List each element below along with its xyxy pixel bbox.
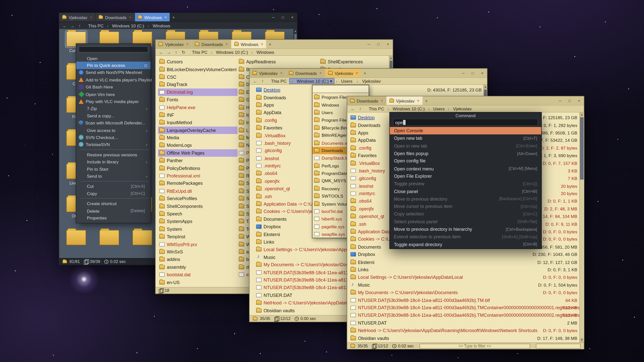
file-row[interactable]: NTUSER.DAT{53b39e88-18c4-11ea-a811-000d3… xyxy=(347,304,579,311)
scroll-up-icon[interactable]: ▲ xyxy=(294,29,297,33)
context-menu-item[interactable]: Cut [Ctrl+X] xyxy=(76,183,151,190)
minimize-button[interactable]: ─ xyxy=(364,40,374,49)
forward-button[interactable]: → xyxy=(69,23,75,28)
palette-command-item[interactable]: Close panel [Ctrl+W] xyxy=(390,188,541,195)
window-tab[interactable]: Downloads × xyxy=(347,96,386,105)
minimize-button[interactable]: ─ xyxy=(459,69,468,77)
breadcrumb-segment[interactable]: Vjekoslav xyxy=(446,106,473,111)
breadcrumb-segment[interactable]: Windows 10 (C:) ▾ xyxy=(289,78,334,84)
palette-command-item[interactable]: Move cursor to previous item [Ctrl+Up] xyxy=(390,203,541,210)
titlebar[interactable]: Downloads × Vjekoslav × + ─ □ × xyxy=(347,96,584,105)
dropdown-filter-input[interactable] xyxy=(313,86,368,93)
context-menu-item[interactable]: Copy [Ctrl+C] xyxy=(76,190,151,197)
context-menu-item[interactable]: Scan with Microsoft Defender... xyxy=(76,119,151,127)
file-row[interactable]: Links D: 0, F: 3, 1 KB xyxy=(347,266,579,273)
back-button[interactable]: ← xyxy=(252,79,258,84)
breadcrumb-segment[interactable]: Windows 10 (C:) xyxy=(386,106,426,111)
close-button[interactable]: × xyxy=(477,69,487,77)
window-tab[interactable]: Vjekoslav × xyxy=(386,96,422,105)
window-tab[interactable]: Vjekoslav × xyxy=(325,69,361,77)
up-button[interactable]: ↑ xyxy=(173,50,179,55)
context-menu-item[interactable]: Delete [Delete] xyxy=(76,207,151,214)
context-menu-item[interactable] xyxy=(76,197,151,200)
context-menu-item[interactable]: SVN Checkout... xyxy=(76,134,151,141)
file-row[interactable]: Cursors xyxy=(158,58,237,65)
grid-folder-item[interactable] xyxy=(61,230,91,247)
titlebar[interactable]: Vjekoslav × Downloads × Windows × + ─ □ … xyxy=(156,40,393,49)
maximize-button[interactable]: □ xyxy=(278,13,288,22)
breadcrumb-segment[interactable]: This PC xyxy=(190,50,209,55)
file-row[interactable]: addins xyxy=(158,256,237,263)
context-menu-item[interactable]: Send a copy... xyxy=(76,112,151,119)
breadcrumb-segment[interactable]: Windows 10 (C:) xyxy=(209,50,250,55)
file-row[interactable]: Dropbox D: 230, F: 1043, 46 GB xyxy=(347,251,579,258)
context-menu-item[interactable]: Pin to Quick access xyxy=(76,62,151,69)
window-tab[interactable]: Downloads × xyxy=(286,69,325,77)
file-row[interactable]: assembly xyxy=(158,263,237,271)
close-button[interactable]: × xyxy=(383,40,393,49)
window-tab[interactable]: Vjekoslav × xyxy=(156,40,192,49)
new-tab-button[interactable]: + xyxy=(423,96,430,105)
context-menu-item[interactable]: Open xyxy=(76,55,151,62)
context-menu-item[interactable]: Create shortcut xyxy=(76,200,151,207)
file-row[interactable]: Media xyxy=(158,134,237,142)
context-menu-item[interactable]: Give access to › xyxy=(76,126,151,134)
palette-command-item[interactable]: Select previous panel [Shift+Tab] xyxy=(390,218,541,225)
window-tab[interactable]: Windows × xyxy=(135,13,170,22)
palette-command-item[interactable]: Toggle preview [Ctrl+Q] xyxy=(390,180,541,188)
context-menu-item[interactable]: Restore previous versions xyxy=(76,151,151,158)
file-row[interactable]: en-US xyxy=(158,279,237,286)
back-button[interactable]: ← xyxy=(158,50,164,55)
palette-input[interactable]: ope xyxy=(393,119,538,126)
tab-close-icon[interactable]: × xyxy=(261,42,263,46)
scroll-up-icon[interactable]: ▲ xyxy=(484,85,487,89)
file-row[interactable]: NTUSER.DAT{53b39e88-18c4-11ea-a811-000d3… xyxy=(347,296,579,304)
context-menu-item[interactable]: Send with NordVPN Meshnet xyxy=(76,69,151,76)
window-tab[interactable]: Windows × xyxy=(231,40,266,49)
file-row[interactable]: WinSxS xyxy=(158,248,237,256)
palette-command-item[interactable]: Move to previous directory in hierarchy … xyxy=(390,225,541,233)
file-row[interactable]: bootstat.dat xyxy=(158,271,237,278)
titlebar[interactable]: Vjekoslav × Downloads × Vjekoslav × + ─ … xyxy=(250,69,487,77)
scroll-up-icon[interactable]: ▲ xyxy=(580,112,584,117)
palette-command-item[interactable]: Open files popup [Alt+Down] xyxy=(390,150,541,157)
file-row[interactable]: Panther xyxy=(158,157,237,164)
breadcrumb-segment[interactable]: Windows 10 (C:) xyxy=(105,23,146,28)
tab-close-icon[interactable]: × xyxy=(356,71,358,75)
tab-close-icon[interactable]: × xyxy=(280,71,283,75)
palette-command-item[interactable]: Move to previous directory [Backspace] [… xyxy=(390,195,541,203)
window-tab[interactable]: Downloads × xyxy=(192,40,231,49)
palette-command-item[interactable]: Open new tab [Ctrl+T] xyxy=(390,134,541,142)
grid-folder-item[interactable] xyxy=(128,230,157,247)
file-row[interactable]: Professional.xml xyxy=(158,172,237,179)
breadcrumb-segment[interactable]: Users xyxy=(334,79,355,84)
file-row[interactable]: DtcInstall.log xyxy=(158,88,237,96)
file-row[interactable]: WMSysPr9.prx xyxy=(158,240,237,248)
file-row[interactable]: ShellExperiences xyxy=(319,58,393,65)
context-menu-item[interactable]: Play with VLC media player xyxy=(76,98,151,105)
tab-close-icon[interactable]: × xyxy=(381,99,383,103)
file-row[interactable]: NetHood -> C:\Users\Vjekoslav\AppData\Ro… xyxy=(347,327,579,334)
close-button[interactable]: × xyxy=(574,96,584,105)
context-menu-item[interactable] xyxy=(76,180,151,183)
back-button[interactable]: ← xyxy=(350,106,356,111)
context-menu-item[interactable] xyxy=(76,148,151,151)
forward-button[interactable]: → xyxy=(166,50,172,55)
file-row[interactable]: ModemLogs xyxy=(158,142,237,149)
type-to-filter-field[interactable]: >> Type to filter << xyxy=(420,343,530,348)
context-menu-input[interactable] xyxy=(79,46,148,53)
file-row[interactable]: Eksterni D: 12, F: 127, 12 GB xyxy=(347,258,579,266)
file-row[interactable]: InputMethod xyxy=(158,119,237,126)
file-row[interactable]: RtlExUpd.dll xyxy=(158,187,237,195)
palette-command-item[interactable]: Open config file xyxy=(390,157,541,165)
file-row[interactable]: Obsidian vaults D: 17, F: 149, 38 MB xyxy=(347,334,579,342)
up-button[interactable]: ↑ xyxy=(259,79,266,84)
context-menu-item[interactable]: Include in library › xyxy=(76,158,151,165)
window-tab[interactable]: Vjekoslav × xyxy=(59,13,95,22)
up-button[interactable]: ↑ xyxy=(76,23,83,28)
tab-close-icon[interactable]: × xyxy=(90,15,92,19)
palette-command-item[interactable]: Open context menu [Ctrl+M] [Menu] xyxy=(390,165,541,172)
window-tab[interactable]: Vjekoslav × xyxy=(250,69,286,77)
tab-close-icon[interactable]: × xyxy=(417,99,420,103)
file-row[interactable]: DiagTrack xyxy=(158,81,237,88)
